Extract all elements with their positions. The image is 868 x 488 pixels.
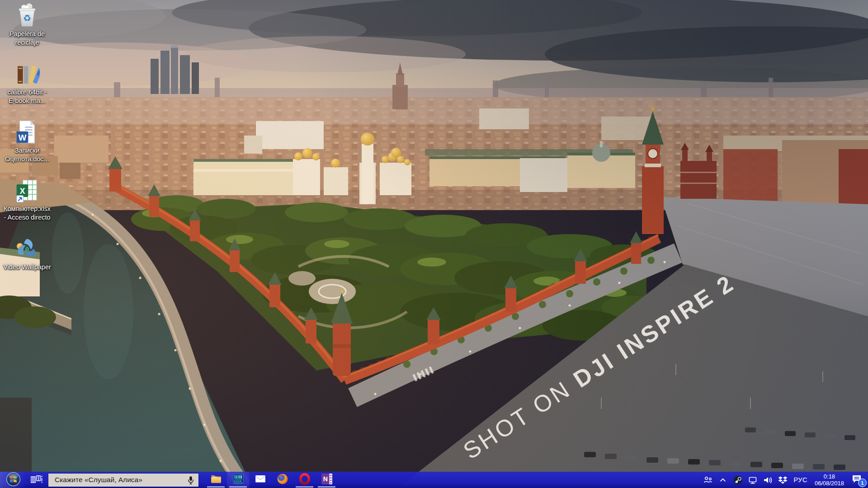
dropbox-icon[interactable] — [777, 474, 788, 485]
file-explorer-icon — [210, 473, 222, 487]
recycle-bin-icon: ♻ — [14, 3, 40, 28]
excel-shortcut-icon: X — [14, 178, 40, 203]
icon-label: Записки Оцелота.doc... — [5, 146, 49, 164]
svg-text:W: W — [19, 133, 27, 142]
calibre-icon — [14, 61, 40, 87]
icon-label: Video Wallpaper — [3, 263, 51, 272]
taskbar-firefox[interactable] — [271, 472, 293, 488]
icon-label: Компьютер.xlsx - Acceso directo — [4, 205, 51, 222]
taskbar-mail[interactable] — [249, 472, 271, 488]
start-button[interactable] — [0, 472, 26, 488]
desktop-icon-recycle-bin[interactable]: ♻ Papelera de reciclaje — [1, 1, 53, 59]
running-indicator — [296, 486, 313, 488]
task-view-icon — [31, 474, 43, 486]
running-indicator — [229, 486, 247, 488]
search-box — [48, 474, 198, 487]
icon-label: Papelera de reciclaje — [9, 30, 45, 47]
taskbar-opera[interactable] — [293, 472, 316, 488]
chevron-up-icon[interactable] — [717, 474, 728, 485]
desktop-icon-video-wallpaper[interactable]: Video Wallpaper — [1, 234, 53, 292]
desktop-icon-column: ♻ Papelera de reciclaje calibre 64bit - … — [1, 1, 53, 292]
taskbar-file-explorer[interactable] — [205, 472, 227, 488]
clock[interactable]: 0:18 06/08/2018 — [813, 473, 846, 487]
clock-date: 06/08/2018 — [815, 480, 844, 487]
video-wallpaper-icon — [14, 236, 40, 262]
taskbar: N — [0, 472, 868, 488]
search-input[interactable] — [48, 476, 183, 484]
taskbar-empty-space — [338, 472, 703, 488]
opera-icon — [299, 473, 311, 487]
wallpaper: SHOT ON DJI INSPIRE 2 — [0, 0, 868, 488]
mail-icon — [255, 473, 266, 487]
icon-label: calibre 64bit - E-book ma... — [7, 88, 47, 105]
desktop-icon-calibre[interactable]: calibre 64bit - E-book ma... — [1, 59, 53, 117]
language-indicator[interactable]: РУС — [792, 476, 809, 483]
svg-text:♻: ♻ — [23, 13, 31, 23]
task-view-button[interactable] — [26, 472, 47, 488]
running-indicator — [207, 486, 225, 488]
pinned-apps: N — [205, 472, 338, 488]
action-center-button[interactable]: 1 — [850, 474, 863, 486]
cloud-shadow — [0, 0, 868, 488]
wallpaper-scene: SHOT ON DJI INSPIRE 2 — [0, 0, 868, 488]
network-icon[interactable] — [747, 474, 758, 485]
library-bookshelf-icon — [232, 473, 244, 487]
people-icon[interactable] — [703, 474, 713, 485]
microphone-icon[interactable] — [183, 474, 198, 485]
taskbar-library-bookshelf[interactable] — [227, 472, 249, 488]
firefox-icon — [277, 473, 288, 487]
desktop-icon-word-document[interactable]: W Записки Оцелота.doc... — [1, 117, 53, 176]
taskbar-onenote[interactable]: N — [316, 472, 338, 488]
notification-badge: 1 — [858, 479, 867, 487]
desktop-icon-excel-shortcut[interactable]: X Компьютер.xlsx - Acceso directo — [1, 176, 53, 234]
onenote-icon: N — [321, 473, 333, 487]
windows-orb-icon — [6, 472, 21, 488]
volume-icon[interactable] — [762, 474, 773, 485]
system-tray: РУС 0:18 06/08/2018 1 — [703, 472, 868, 488]
svg-text:N: N — [323, 475, 327, 483]
clock-time: 0:18 — [815, 473, 844, 480]
running-indicator — [318, 486, 335, 488]
steam-icon[interactable] — [732, 474, 743, 485]
word-document-icon: W — [14, 120, 40, 145]
svg-text:X: X — [20, 187, 25, 196]
